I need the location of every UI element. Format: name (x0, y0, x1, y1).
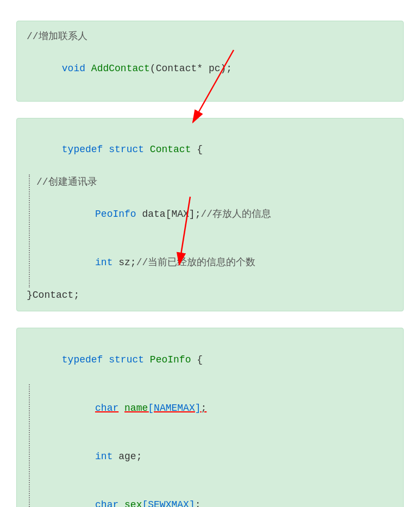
sewxmax-bracket: [SEWXMAX] (142, 499, 195, 507)
peoinfo-inner: char name[NAMEMAX]; int age; char sex[SE… (27, 384, 393, 507)
age-line: int age; (36, 433, 393, 481)
page-container: //增加联系人 void AddContact(Contact* pc); ty… (0, 0, 420, 507)
type-contact: Contact (144, 144, 191, 155)
open-brace-2: { (191, 354, 203, 365)
code-block-3: typedef struct PeoInfo { char name[NAMEM… (16, 328, 404, 507)
comment-line-1: //增加联系人 (27, 29, 393, 45)
code-block-1: //增加联系人 void AddContact(Contact* pc); (16, 21, 404, 102)
addcontact-line: void AddContact(Contact* pc); (27, 45, 393, 93)
sz-comment: sz;//当前已经放的信息的个数 (112, 257, 255, 268)
kw-struct: struct (109, 144, 144, 155)
peoinfo-data-line: PeoInfo data[MAX];//存放人的信息 (36, 191, 393, 239)
int-sz-line: int sz;//当前已经放的信息的个数 (36, 239, 393, 287)
kw-void: void (62, 63, 85, 74)
kw-typedef-2: typedef (62, 354, 103, 365)
kw-typedef: typedef (62, 144, 103, 155)
contact-inner: //创建通讯录 PeoInfo data[MAX];//存放人的信息 int s… (27, 174, 393, 287)
kw-char-sex: char (95, 499, 118, 507)
field-name: name (124, 403, 148, 414)
kw-int-sz: int (95, 257, 112, 268)
sewxmax-semi: ; (195, 499, 201, 507)
kw-peoinfo: PeoInfo (95, 209, 136, 220)
field-sex: sex (124, 499, 142, 507)
namemax-semi: ; (201, 403, 207, 414)
open-brace-1: { (191, 144, 203, 155)
comment-create: //创建通讯录 (36, 174, 393, 191)
peoinfo-inner-content: char name[NAMEMAX]; int age; char sex[SE… (36, 384, 393, 507)
name-line: char name[NAMEMAX]; (36, 384, 393, 433)
kw-struct-contact (103, 144, 109, 155)
namemax-bracket: [NAMEMAX] (148, 403, 200, 414)
left-border-1 (29, 174, 31, 287)
close-contact: }Contact; (27, 287, 393, 304)
type-peoinfo: PeoInfo (144, 354, 191, 365)
left-border-2 (29, 384, 31, 507)
field-age: age; (112, 451, 142, 462)
typedef-peoinfo-line: typedef struct PeoInfo { (27, 336, 393, 384)
kw-int-age: int (95, 451, 112, 462)
addcontact-params: (Contact* pc); (150, 63, 232, 74)
typedef-contact-line: typedef struct Contact { (27, 126, 393, 174)
kw-struct-2: struct (109, 354, 144, 365)
sex-line: char sex[SEWXMAX]; (36, 481, 393, 508)
contact-inner-content: //创建通讯录 PeoInfo data[MAX];//存放人的信息 int s… (36, 174, 393, 287)
fn-addcontact: AddContact (85, 63, 150, 74)
code-block-2: typedef struct Contact { //创建通讯录 PeoInfo… (16, 118, 404, 312)
kw-char-name: char (95, 403, 118, 414)
data-array: data[MAX];//存放人的信息 (136, 209, 271, 220)
